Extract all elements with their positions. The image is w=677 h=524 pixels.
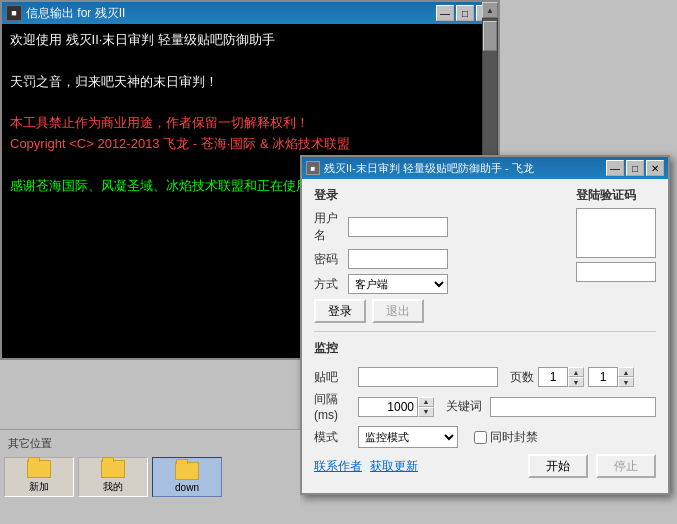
taskbar-icon-2[interactable]: 我的 [78,457,148,497]
username-input[interactable] [348,217,448,237]
dialog-window-buttons: — □ ✕ [606,160,664,176]
page-to-down-button[interactable]: ▼ [618,377,634,387]
console-line-blank-1 [10,51,478,72]
dialog-app-icon: ■ [306,161,320,175]
dialog-title-text: ■ 残灭II-末日审判 轻量级贴吧防御助手 - 飞龙 [306,161,534,176]
dialog-title-label: 残灭II-末日审判 轻量级贴吧防御助手 - 飞龙 [324,161,534,176]
console-title-text: ■ 信息输出 for 残灭II [6,5,125,22]
interval-row: 间隔(ms) ▲ ▼ 关键词 [314,391,656,422]
taskbar-inner: 其它位置 新加 我的 down [0,430,300,524]
mode-row: 模式 监控模式 删帖模式 封禁模式 同时封禁 [314,426,656,448]
console-maximize-button[interactable]: □ [456,5,474,21]
console-title-label: 信息输出 for 残灭II [26,5,125,22]
folder-icon-2 [101,460,125,478]
contact-author-link[interactable]: 联系作者 [314,458,362,475]
taskbar-icon-3[interactable]: down [152,457,222,497]
page-from-down-button[interactable]: ▼ [568,377,584,387]
tieba-row: 贴吧 页数 ▲ ▼ ▲ ▼ [314,367,656,387]
dialog-close-button[interactable]: ✕ [646,160,664,176]
dialog-body: 登录 用户名 密码 方式 客户端 网页端 登录 [302,179,668,493]
folder-icon-3 [175,462,199,480]
taskbar-icon-1-label: 新加 [29,480,49,494]
taskbar-icons-row: 新加 我的 down [4,457,296,497]
tieba-input[interactable] [358,367,498,387]
main-dialog: ■ 残灭II-末日审判 轻量级贴吧防御助手 - 飞龙 — □ ✕ 登录 用户名 … [300,155,670,495]
page-to-spin-buttons: ▲ ▼ [618,367,634,387]
monitor-section: 监控 贴吧 页数 ▲ ▼ ▲ ▼ [314,340,656,478]
console-line-2: 天罚之音，归来吧天神的末日审判！ [10,72,478,93]
page-from-spinner: ▲ ▼ [538,367,584,387]
console-minimize-button[interactable]: — [436,5,454,21]
mode-label: 模式 [314,429,354,446]
taskbar-icon-1[interactable]: 新加 [4,457,74,497]
simultaneous-ban-label: 同时封禁 [490,429,538,446]
method-row: 方式 客户端 网页端 [314,274,556,294]
username-label: 用户名 [314,210,344,244]
mode-select[interactable]: 监控模式 删帖模式 封禁模式 [358,426,458,448]
scrollbar-thumb[interactable] [483,24,497,51]
monitor-section-title: 监控 [314,340,656,357]
method-label: 方式 [314,276,344,293]
start-button[interactable]: 开始 [528,454,588,478]
method-select[interactable]: 客户端 网页端 [348,274,448,294]
simultaneous-ban-group: 同时封禁 [474,429,538,446]
tieba-label: 贴吧 [314,369,354,386]
console-titlebar: ■ 信息输出 for 残灭II — □ ✕ [2,2,498,24]
interval-spinner: ▲ ▼ [358,397,434,417]
taskbar-icon-2-label: 我的 [103,480,123,494]
bottom-action-row: 联系作者 获取更新 开始 停止 [314,454,656,478]
interval-label: 间隔(ms) [314,391,354,422]
captcha-input[interactable] [576,262,656,282]
dialog-minimize-button[interactable]: — [606,160,624,176]
dialog-maximize-button[interactable]: □ [626,160,644,176]
taskbar-icon-3-label: down [175,482,199,493]
page-from-input[interactable] [538,367,568,387]
page-to-up-button[interactable]: ▲ [618,367,634,377]
interval-input[interactable] [358,397,418,417]
page-from-up-button[interactable]: ▲ [568,367,584,377]
captcha-section: 登陆验证码 [576,187,656,323]
login-section: 登录 用户名 密码 方式 客户端 网页端 登录 [314,187,656,323]
quit-button[interactable]: 退出 [372,299,424,323]
login-section-title: 登录 [314,187,556,204]
login-form: 登录 用户名 密码 方式 客户端 网页端 登录 [314,187,556,323]
page-to-input[interactable] [588,367,618,387]
console-line-1: 欢迎使用 残灭II·末日审判 轻量级贴吧防御助手 [10,30,478,51]
interval-down-button[interactable]: ▼ [418,407,434,417]
captcha-title: 登陆验证码 [576,187,636,204]
dialog-titlebar: ■ 残灭II-末日审判 轻量级贴吧防御助手 - 飞龙 — □ ✕ [302,157,668,179]
page-from-spin-buttons: ▲ ▼ [568,367,584,387]
login-buttons: 登录 退出 [314,299,556,323]
password-row: 密码 [314,249,556,269]
console-app-icon: ■ [6,5,22,21]
password-input[interactable] [348,249,448,269]
interval-up-button[interactable]: ▲ [418,397,434,407]
console-line-3: 本工具禁止作为商业用途，作者保留一切解释权利！ [10,113,478,134]
password-label: 密码 [314,251,344,268]
captcha-image [576,208,656,258]
simultaneous-ban-checkbox[interactable] [474,431,487,444]
keyword-input[interactable] [490,397,656,417]
taskbar-area: 其它位置 新加 我的 down [0,429,300,524]
interval-spin-buttons: ▲ ▼ [418,397,434,417]
stop-button[interactable]: 停止 [596,454,656,478]
console-line-blank-2 [10,92,478,113]
username-row: 用户名 [314,210,556,244]
section-divider [314,331,656,332]
get-update-link[interactable]: 获取更新 [370,458,418,475]
page-to-spinner: ▲ ▼ [588,367,634,387]
keyword-label: 关键词 [446,398,482,415]
folder-icon-1 [27,460,51,478]
console-line-4: Copyright <C> 2012-2013 飞龙 - 苍海·国际 & 冰焰技… [10,134,478,155]
other-position-label: 其它位置 [4,434,296,453]
page-label: 页数 [510,369,534,386]
login-button[interactable]: 登录 [314,299,366,323]
